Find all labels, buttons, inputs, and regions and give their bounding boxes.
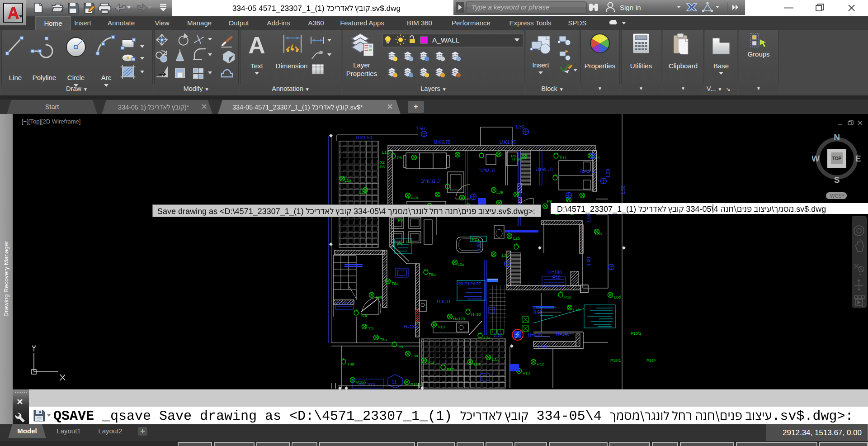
svg-text:P21: P21 (472, 237, 479, 242)
svg-text:L0a: L0a (411, 354, 418, 358)
svg-text:1.04: 1.04 (586, 214, 591, 223)
svg-text:1.50: 1.50 (416, 126, 425, 131)
svg-text:2.00: 2.00 (538, 344, 547, 349)
svg-text:T8a: T8a (380, 337, 387, 342)
svg-text:1.30: 1.30 (515, 124, 524, 129)
svg-text:P8: P8 (398, 218, 403, 223)
svg-text:2.00: 2.00 (476, 242, 481, 251)
svg-text:P13: P13 (523, 371, 530, 375)
svg-text:N: N (834, 133, 840, 142)
svg-text:P2-P3-P4-P7: P2-P3-P4-P7 (458, 281, 481, 286)
svg-text:TB: TB (398, 345, 403, 349)
svg-text:H=180: H=180 (548, 270, 562, 275)
svg-text:H=140: H=140 (556, 332, 570, 337)
svg-text:P10: P10 (552, 275, 561, 280)
svg-text:X2: X2 (380, 160, 385, 165)
svg-text:E: E (855, 154, 861, 163)
svg-text:P11: P11 (560, 156, 566, 160)
svg-text:TOP: TOP (832, 156, 842, 161)
svg-text:WCS: WCS (830, 193, 842, 199)
svg-text:L2b: L2b (513, 236, 520, 241)
svg-text:T6a: T6a (392, 281, 399, 286)
svg-text:1.00: 1.00 (586, 257, 591, 266)
svg-text:H=120: H=120 (453, 317, 465, 321)
svg-text:L0d: L0d (614, 295, 621, 299)
svg-text:L2a: L2a (492, 357, 499, 362)
svg-text:P8: P8 (380, 165, 385, 169)
svg-text:U.K0.75: U.K0.75 (434, 140, 451, 145)
svg-text:Sign In: Sign In (620, 4, 641, 11)
svg-text:P8: P8 (397, 156, 402, 160)
svg-text:L0a: L0a (474, 362, 481, 366)
svg-text:H=A20: H=A20 (528, 333, 542, 338)
svg-text:P10: P10 (537, 362, 544, 366)
svg-text:T8a: T8a (360, 313, 367, 318)
svg-text:P16/-: P16/- (646, 358, 656, 363)
svg-text:L14: L14 (428, 361, 434, 365)
svg-text:H=90: H=90 (512, 157, 522, 161)
svg-text:W: W (812, 154, 820, 163)
svg-text:TD: TD (368, 327, 373, 331)
svg-text:L2a: L2a (484, 336, 491, 340)
svg-text:P0: P0 (406, 240, 411, 244)
svg-text:H=135: H=135 (404, 324, 417, 329)
svg-text:L3a: L3a (496, 190, 503, 195)
svg-text:P13: P13 (438, 325, 445, 329)
svg-text:L1a: L1a (344, 178, 351, 183)
svg-text:L0a: L0a (458, 262, 464, 267)
svg-text:U.K1.50: U.K1.50 (356, 135, 373, 140)
svg-text:1.30: 1.30 (621, 185, 626, 195)
svg-text:2.10: 2.10 (494, 333, 503, 338)
svg-text:Type a keyword or phrase: Type a keyword or phrase (472, 3, 549, 11)
svg-text:T4a: T4a (375, 295, 382, 299)
svg-text:P10: P10 (564, 295, 571, 299)
svg-text:P18/1: P18/1 (610, 358, 621, 363)
svg-text:P17: P17 (447, 367, 454, 372)
svg-text:1.30: 1.30 (606, 169, 611, 178)
svg-text:T8a: T8a (347, 362, 354, 366)
svg-text:U.K1.05: U.K1.05 (500, 140, 516, 145)
svg-text:T8a: T8a (429, 272, 436, 277)
svg-text:H=90: H=90 (471, 312, 481, 317)
svg-text:P10/1: P10/1 (631, 331, 642, 336)
svg-text:L1a,b: L1a,b (408, 195, 418, 200)
svg-text:L1a: L1a (359, 190, 366, 195)
svg-text:L1a: L1a (382, 150, 389, 155)
svg-text:L2a: L2a (502, 253, 509, 258)
svg-text:L3b: L3b (595, 232, 602, 236)
svg-text:S: S (834, 175, 840, 185)
